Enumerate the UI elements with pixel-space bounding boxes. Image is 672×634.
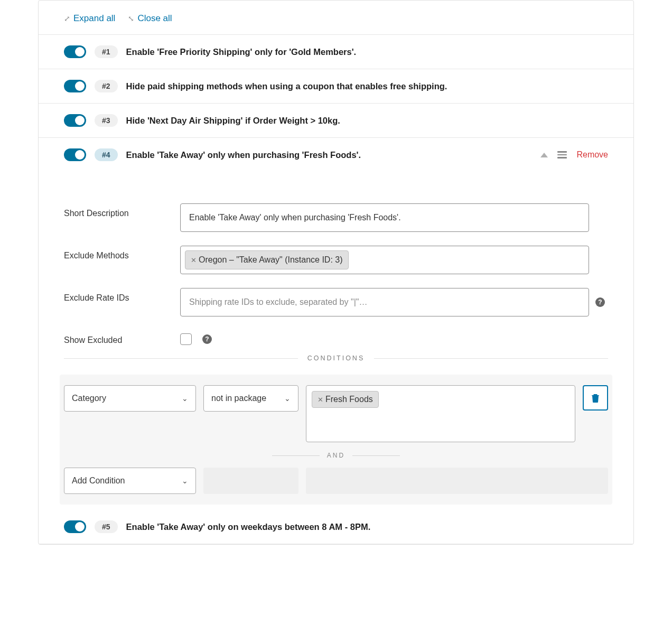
rule-body: Short Description Exclude Methods ✕ Oreg… bbox=[39, 172, 633, 510]
chevron-down-icon: ⌄ bbox=[182, 477, 188, 485]
conditions-divider: CONDITIONS bbox=[64, 355, 608, 362]
value-tag: ✕ Fresh Foods bbox=[312, 391, 379, 408]
delete-condition-button[interactable] bbox=[583, 385, 608, 411]
rule-row: #2 Hide paid shipping methods when using… bbox=[39, 69, 633, 103]
chevron-down-icon: ⌄ bbox=[284, 394, 291, 403]
trash-icon bbox=[591, 393, 600, 403]
expand-all-link[interactable]: ⤢ Expand all bbox=[64, 13, 115, 24]
rule-row: #3 Hide 'Next Day Air Shipping' if Order… bbox=[39, 103, 633, 137]
exclude-methods-label: Exclude Methods bbox=[64, 246, 174, 260]
rule-title[interactable]: Hide paid shipping methods when using a … bbox=[126, 81, 447, 91]
exclude-rate-ids-input[interactable] bbox=[180, 288, 589, 316]
rule-badge: #3 bbox=[95, 114, 118, 127]
rule-toggle[interactable] bbox=[64, 520, 86, 533]
rule-toggle[interactable] bbox=[64, 80, 86, 92]
rule-row: #5 Enable 'Take Away' only on weekdays b… bbox=[39, 510, 633, 544]
rule-toggle[interactable] bbox=[64, 45, 86, 58]
rule-title[interactable]: Enable 'Free Priority Shipping' only for… bbox=[126, 47, 357, 57]
add-condition-select[interactable]: Add Condition ⌄ bbox=[64, 468, 196, 494]
rule-title[interactable]: Hide 'Next Day Air Shipping' if Order We… bbox=[126, 116, 340, 126]
condition-field-value: Category bbox=[72, 394, 106, 403]
exclude-rate-ids-label: Exclude Rate IDs bbox=[64, 288, 174, 303]
rule-row-expanded: #4 Enable 'Take Away' only when purchasi… bbox=[39, 137, 633, 172]
operator-placeholder bbox=[203, 468, 298, 494]
rule-title[interactable]: Enable 'Take Away' only when purchasing … bbox=[126, 150, 361, 160]
help-icon[interactable]: ? bbox=[595, 297, 605, 307]
exclude-methods-input[interactable]: ✕ Oregon – "Take Away" (Instance ID: 3) bbox=[180, 246, 589, 274]
condition-operator-value: not in package bbox=[211, 394, 266, 403]
short-description-input[interactable] bbox=[180, 203, 589, 232]
rule-badge: #2 bbox=[95, 80, 118, 92]
method-tag-label: Oregon – "Take Away" (Instance ID: 3) bbox=[199, 255, 343, 265]
rule-badge: #5 bbox=[95, 520, 118, 533]
expand-icon: ⤢ bbox=[64, 14, 70, 23]
show-excluded-checkbox[interactable] bbox=[180, 333, 192, 345]
rule-toggle[interactable] bbox=[64, 148, 86, 161]
value-placeholder bbox=[306, 468, 608, 494]
remove-tag-icon[interactable]: ✕ bbox=[191, 256, 197, 264]
short-description-label: Short Description bbox=[64, 203, 174, 218]
condition-field-select[interactable]: Category ⌄ bbox=[64, 385, 196, 412]
rule-title[interactable]: Enable 'Take Away' only on weekdays betw… bbox=[126, 522, 371, 532]
close-all-link[interactable]: ⤡ Close all bbox=[128, 13, 172, 24]
show-excluded-label: Show Excluded bbox=[64, 330, 174, 345]
rule-badge: #4 bbox=[95, 148, 118, 161]
rule-badge: #1 bbox=[95, 45, 118, 58]
close-all-label: Close all bbox=[137, 13, 172, 24]
and-label: AND bbox=[327, 452, 345, 459]
add-condition-label: Add Condition bbox=[72, 476, 125, 486]
remove-link[interactable]: Remove bbox=[576, 150, 608, 160]
help-icon[interactable]: ? bbox=[202, 334, 212, 344]
drag-handle-icon[interactable] bbox=[557, 151, 567, 158]
collapse-rule-icon[interactable] bbox=[540, 153, 548, 157]
condition-operator-select[interactable]: not in package ⌄ bbox=[203, 385, 298, 412]
conditions-heading: CONDITIONS bbox=[307, 355, 365, 362]
method-tag: ✕ Oregon – "Take Away" (Instance ID: 3) bbox=[185, 250, 349, 269]
collapse-icon: ⤡ bbox=[128, 14, 134, 23]
chevron-down-icon: ⌄ bbox=[182, 394, 188, 403]
expand-all-label: Expand all bbox=[73, 13, 115, 24]
remove-tag-icon[interactable]: ✕ bbox=[318, 396, 323, 404]
value-tag-label: Fresh Foods bbox=[325, 395, 373, 404]
condition-value-input[interactable]: ✕ Fresh Foods bbox=[306, 385, 575, 442]
rule-row: #1 Enable 'Free Priority Shipping' only … bbox=[39, 34, 633, 69]
rule-toggle[interactable] bbox=[64, 114, 86, 127]
conditions-block: Category ⌄ not in package ⌄ ✕ Fresh Food… bbox=[60, 375, 612, 505]
and-divider: AND bbox=[64, 452, 608, 459]
